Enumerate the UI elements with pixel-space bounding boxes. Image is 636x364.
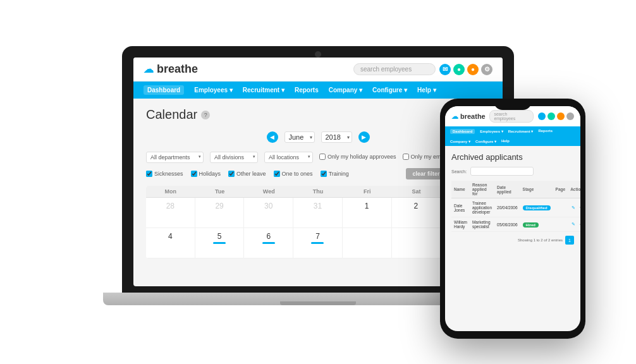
header-icon-messages[interactable]: ✉: [439, 64, 451, 75]
only-holiday-text: Only my holiday approvees: [327, 154, 396, 160]
loc-select-wrap: All locations: [264, 150, 313, 163]
help-icon[interactable]: ?: [201, 111, 210, 119]
one-to-ones-checkbox[interactable]: [274, 171, 280, 177]
month-select-wrapper: June: [284, 131, 315, 143]
cal-cell-7[interactable]: 7: [293, 228, 343, 258]
dept-select-wrap: All departments: [146, 150, 204, 163]
page-1-button[interactable]: 1: [565, 236, 574, 245]
cal-cell-29[interactable]: 29: [195, 198, 245, 228]
cal-cell-1[interactable]: 1: [343, 198, 392, 228]
phone-main: Archived applicants Search: Name Reason …: [445, 146, 580, 251]
nav-item-employees[interactable]: Employees ▾: [194, 87, 233, 94]
next-month-button[interactable]: ▶: [358, 131, 370, 143]
header-icon-profile[interactable]: ●: [467, 64, 479, 75]
nav-item-recruitment[interactable]: Recruitment ▾: [243, 87, 284, 94]
phone-icon-4[interactable]: [566, 112, 574, 120]
prev-month-button[interactable]: ◀: [267, 131, 278, 143]
only-holiday-checkbox[interactable]: [319, 154, 326, 160]
checkboxes-row: Sicknesses Holidays Other leave One: [146, 168, 490, 179]
phone-nav-help[interactable]: Help: [501, 139, 510, 143]
cal-header-thu: Thu: [293, 186, 343, 197]
col-date: Date applied: [494, 181, 520, 198]
cal-cell-6[interactable]: 6: [244, 228, 293, 258]
sickness-checkbox[interactable]: [146, 171, 152, 177]
logo-cloud-icon: ☁: [144, 63, 154, 75]
cal-header-tue: Tue: [195, 186, 245, 197]
phone-search-input[interactable]: [470, 167, 534, 176]
nav-item-reports[interactable]: Reports: [295, 87, 319, 94]
phone-nav-reports[interactable]: Reports: [538, 129, 553, 134]
edit-icon-2[interactable]: ✎: [570, 221, 577, 228]
cal-cell-28[interactable]: 28: [146, 198, 195, 228]
app-search: search employees ✉ ● ● ⚙: [353, 63, 492, 75]
status-badge-disqualified: Disqualified: [523, 205, 551, 210]
only-employees-checkbox[interactable]: [403, 154, 409, 160]
header-icon-notifications[interactable]: ●: [453, 64, 465, 75]
cell-date-1: 20/04/2006: [494, 198, 520, 217]
year-select[interactable]: 2018: [321, 131, 352, 143]
nav-bar: Dashboard Employees ▾ Recruitment ▾ Repo…: [133, 82, 503, 99]
nav-item-help[interactable]: Help ▾: [417, 87, 436, 94]
page-title-row: Calendar ? + −: [146, 107, 490, 122]
phone-screen: ☁ breathe search employees Dashboard Emp…: [445, 106, 580, 331]
phone-icon-1[interactable]: [538, 112, 546, 120]
nav-item-configure[interactable]: Configure ▾: [372, 87, 407, 94]
phone-search-box[interactable]: search employees: [489, 110, 534, 123]
one-to-ones-label: One to ones: [274, 171, 313, 177]
col-stage: Stage: [520, 181, 553, 198]
training-checkbox[interactable]: [321, 171, 327, 177]
nav-item-dashboard[interactable]: Dashboard: [144, 85, 184, 95]
phone-nav-employees[interactable]: Employees ▾: [480, 129, 503, 134]
phone-nav-recruitment[interactable]: Recruitment ▾: [508, 129, 534, 134]
edit-icon-1[interactable]: ✎: [570, 205, 577, 211]
cal-cell-30[interactable]: 30: [244, 198, 293, 228]
other-leave-text: Other leave: [236, 171, 266, 177]
phone-nav-configure[interactable]: Configure ▾: [475, 139, 496, 143]
nav-item-company[interactable]: Company ▾: [329, 87, 362, 94]
page-title: Calendar ?: [146, 107, 210, 122]
cal-cell-9[interactable]: [392, 228, 441, 258]
phone-search-label: Search:: [451, 169, 467, 174]
cal-cell-5[interactable]: 5: [195, 228, 245, 258]
phone-logo-icon: ☁: [451, 112, 458, 121]
phone-nav-company[interactable]: Company ▾: [450, 139, 470, 143]
cell-reason-1: Trainee application developer: [470, 198, 494, 217]
phone-pagination: Showing 1 to 2 of 2 entries 1: [451, 236, 574, 245]
cell-stage-1: Disqualified: [520, 198, 553, 217]
holidays-label: Holidays: [191, 171, 221, 177]
div-select-wrap: All divisions: [210, 150, 258, 163]
cal-cell-31[interactable]: 31: [293, 198, 343, 228]
cell-6-indicator: [262, 242, 275, 244]
cal-header-sat: Sat: [392, 186, 441, 197]
phone-page-title: Archived applicants: [451, 152, 574, 162]
cal-cell-4[interactable]: 4: [146, 228, 195, 258]
status-badge-hired: Hired: [523, 222, 539, 228]
sickness-label: Sicknesses: [146, 171, 183, 177]
loc-select[interactable]: All locations: [264, 152, 313, 163]
div-select[interactable]: All divisions: [210, 152, 258, 163]
month-select[interactable]: June: [284, 131, 315, 143]
header-icon-settings[interactable]: ⚙: [481, 64, 492, 75]
search-box[interactable]: search employees: [353, 63, 436, 75]
other-leave-checkbox[interactable]: [228, 171, 235, 177]
training-text: Training: [329, 171, 349, 177]
calendar-grid: Mon Tue Wed Thu Fri Sat Sun 28 29 30: [146, 186, 490, 258]
calendar-row-1: 28 29 30 31 1 2 3: [146, 198, 490, 228]
action-icons-1: ✎ 👁 ✕: [570, 205, 580, 211]
phone: ☁ breathe search employees Dashboard Emp…: [440, 99, 585, 339]
cal-cell-2[interactable]: 2: [392, 198, 441, 228]
pagination-info: Showing 1 to 2 of 2 entries: [518, 238, 563, 242]
dept-select[interactable]: All departments: [146, 152, 204, 163]
view-icon-2[interactable]: 👁: [578, 221, 580, 228]
holidays-checkbox[interactable]: [191, 171, 197, 177]
sickness-text: Sicknesses: [154, 171, 183, 177]
header-icons: ✉ ● ● ⚙: [439, 64, 492, 75]
phone-nav-dashboard[interactable]: Dashboard: [450, 129, 475, 134]
cal-header-fri: Fri: [343, 186, 392, 197]
view-icon-1[interactable]: 👁: [578, 205, 580, 211]
phone-logo-text: breathe: [460, 112, 486, 120]
phone-nav-bar: Dashboard Employees ▾ Recruitment ▾ Repo…: [445, 126, 580, 146]
cal-cell-8[interactable]: [343, 228, 392, 258]
phone-icon-2[interactable]: [547, 112, 555, 120]
phone-icon-3[interactable]: [557, 112, 565, 120]
